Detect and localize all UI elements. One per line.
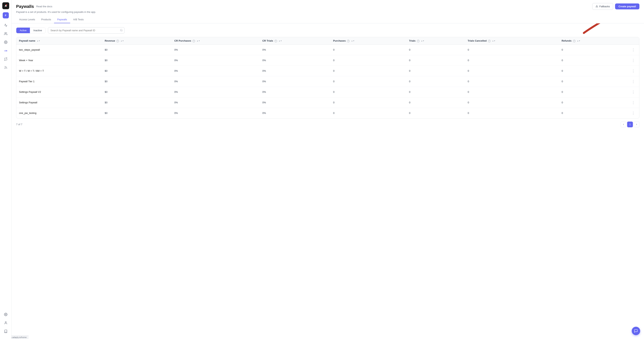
cell-trials: 0 [406, 108, 465, 118]
table-row: Paywall Tier 1 $0 0% 0% 0 0 0 0 ⋮ [16, 76, 639, 87]
sidebar-item-ab[interactable]: A/B [2, 47, 10, 55]
sort-icon-cr-trials[interactable]: ▲▼ [278, 40, 282, 42]
cell-revenue: $0 [102, 76, 172, 87]
cell-name: Paywall Tier 1 [16, 76, 102, 87]
col-cr-trials: CR Trials ? ▲▼ [260, 37, 330, 45]
cell-cr-purchases: 0% [172, 97, 260, 108]
app-logo[interactable] [2, 2, 9, 9]
cell-revenue: $0 [102, 108, 172, 118]
tab-paywalls[interactable]: Paywalls [54, 16, 70, 23]
svg-line-11 [122, 31, 122, 31]
sidebar-item-analytics[interactable] [2, 22, 10, 29]
col-refunds: Refunds ? ▲▼ [559, 37, 627, 45]
read-docs-link[interactable]: Read the docs [36, 5, 52, 8]
page-prev-button[interactable] [620, 122, 626, 127]
sort-icon-trials-cancelled[interactable]: ▲▼ [492, 40, 496, 42]
cell-purchases: 0 [330, 87, 406, 97]
cell-name: Settings Paywall V2 [16, 87, 102, 97]
svg-text:A/B: A/B [4, 50, 7, 52]
cell-purchases: 0 [330, 108, 406, 118]
search-input[interactable] [48, 27, 124, 34]
content-area: Active Inactive Paywall name ▲▼ [12, 24, 644, 339]
tab-access-levels[interactable]: Access Levels [16, 16, 38, 23]
more-options-button[interactable]: ⋮ [630, 100, 636, 106]
table-row: Settings Paywall $0 0% 0% 0 0 0 0 ⋮ [16, 97, 639, 108]
table-row: one_pw_testing $0 0% 0% 0 0 0 0 ⋮ [16, 108, 639, 118]
page-1-button[interactable]: 1 [627, 122, 633, 127]
cell-name: Week + Year [16, 55, 102, 66]
cell-trials: 0 [406, 76, 465, 87]
more-options-button[interactable]: ⋮ [630, 47, 636, 53]
page-title: Paywalls [16, 4, 34, 9]
cell-revenue: $0 [102, 45, 172, 55]
sort-icon-purchases[interactable]: ▲▼ [351, 40, 354, 42]
sort-icon[interactable]: ▲▼ [37, 40, 40, 42]
more-options-button[interactable]: ⋮ [630, 68, 636, 74]
toggle-active[interactable]: Active [16, 28, 30, 33]
sidebar-item-users[interactable] [2, 30, 10, 38]
fallbacks-button[interactable]: Fallbacks [592, 3, 613, 10]
help-icon-cr-purchases: ? [192, 40, 195, 42]
cell-trials: 0 [406, 97, 465, 108]
search-wrapper [48, 27, 124, 34]
header-top-row: Paywalls Read the docs Fallbacks Create … [16, 3, 640, 10]
sidebar-item-docs[interactable] [2, 327, 10, 335]
help-icon-cr-trials: ? [274, 40, 277, 42]
cell-trials: 0 [406, 66, 465, 76]
cell-more: ⋮ [627, 87, 639, 97]
help-icon-refunds: ? [573, 40, 576, 42]
more-options-button[interactable]: ⋮ [630, 110, 636, 116]
user-avatar[interactable]: F [3, 12, 9, 19]
cell-name: W + T / M + T / 6M + T [16, 66, 102, 76]
cell-trials-cancelled: 0 [465, 55, 559, 66]
svg-point-6 [5, 321, 6, 323]
title-row: Paywalls Read the docs [16, 4, 52, 9]
cell-cr-purchases: 0% [172, 108, 260, 118]
cell-cr-trials: 0% [260, 76, 330, 87]
cell-trials-cancelled: 0 [465, 45, 559, 55]
tabs: Access Levels Products Paywalls A/B Test… [16, 16, 640, 23]
cell-cr-purchases: 0% [172, 45, 260, 55]
sidebar-item-feed[interactable] [2, 64, 10, 71]
cell-refunds: 0 [559, 76, 627, 87]
cell-purchases: 0 [330, 66, 406, 76]
help-icon-purchases: ? [347, 40, 350, 42]
cell-revenue: $0 [102, 97, 172, 108]
more-options-button[interactable]: ⋮ [630, 58, 636, 63]
page-next-button[interactable] [634, 122, 640, 127]
sort-icon-cr-purchases[interactable]: ▲▼ [197, 40, 200, 42]
cell-revenue: $0 [102, 55, 172, 66]
toggle-inactive[interactable]: Inactive [30, 28, 46, 33]
cell-cr-purchases: 0% [172, 87, 260, 97]
more-options-button[interactable]: ⋮ [630, 89, 636, 95]
cell-trials: 0 [406, 87, 465, 97]
tab-products[interactable]: Products [38, 16, 54, 23]
cell-revenue: $0 [102, 87, 172, 97]
sidebar-item-settings[interactable] [2, 38, 10, 46]
tab-ab-tests[interactable]: A/B Tests [70, 16, 87, 23]
sort-icon-refunds[interactable]: ▲▼ [577, 40, 580, 42]
cell-cr-purchases: 0% [172, 55, 260, 66]
chat-button[interactable] [632, 327, 640, 335]
more-options-button[interactable]: ⋮ [630, 79, 636, 84]
col-revenue: Revenue ? ▲▼ [102, 37, 172, 45]
cell-more: ⋮ [627, 97, 639, 108]
sort-icon-revenue[interactable]: ▲▼ [120, 40, 124, 42]
sidebar-item-profile[interactable] [2, 319, 10, 327]
svg-point-4 [4, 69, 5, 69]
cell-trials-cancelled: 0 [465, 108, 559, 118]
sort-icon-trials[interactable]: ▲▼ [421, 40, 424, 42]
cell-purchases: 0 [330, 76, 406, 87]
svg-point-10 [120, 29, 122, 31]
sidebar-item-transfer[interactable] [2, 55, 10, 63]
table-header-row: Paywall name ▲▼ Revenue ? ▲▼ CR Purchase… [16, 37, 639, 45]
col-cr-purchases: CR Purchases ? ▲▼ [172, 37, 260, 45]
create-paywall-button[interactable]: Create paywall [615, 4, 640, 10]
svg-point-1 [4, 33, 6, 34]
table-row: W + T / M + T / 6M + T $0 0% 0% 0 0 0 0 … [16, 66, 639, 76]
cell-cr-trials: 0% [260, 87, 330, 97]
sidebar-bottom [2, 311, 10, 335]
sidebar-item-gear[interactable] [2, 311, 10, 318]
pagination: 7 of 7 1 [16, 122, 640, 127]
cell-cr-trials: 0% [260, 97, 330, 108]
